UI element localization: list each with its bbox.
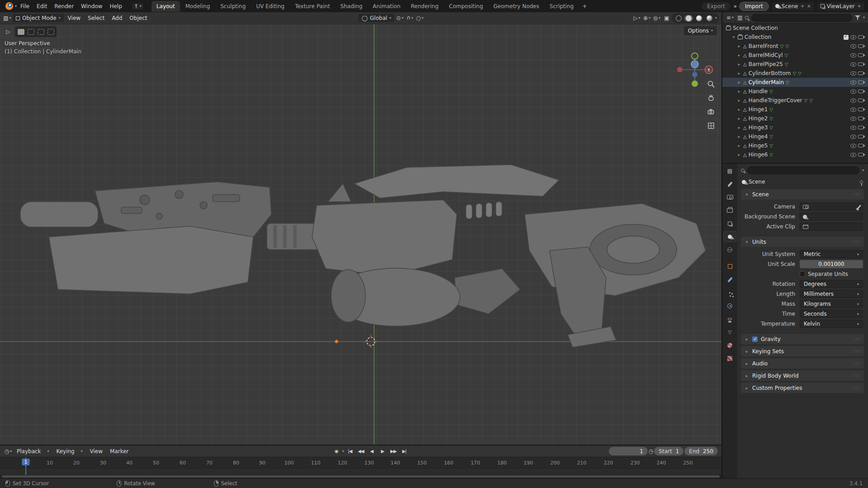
tab-constraints[interactable]	[724, 314, 736, 324]
show-overlays-toggle[interactable]: ◎ ▾	[652, 14, 661, 23]
export-button[interactable]: Export	[702, 2, 730, 10]
disable-in-renders-icon[interactable]	[858, 53, 863, 57]
hide-in-viewport-icon[interactable]	[850, 108, 856, 112]
3d-viewport[interactable]: ▧ ▾ Object Mode ▾ View Select Add Object…	[0, 12, 721, 445]
tweak-tool-icon[interactable]: ▷	[4, 27, 13, 36]
workspace-tab-scripting[interactable]: Scripting	[545, 1, 579, 12]
separate-units-checkbox[interactable]	[800, 271, 805, 277]
chevron-down-icon[interactable]: ▾	[140, 5, 142, 8]
chevron-down-icon[interactable]: ▾	[342, 450, 344, 453]
workspace-tab-animation[interactable]: Animation	[368, 1, 405, 12]
blender-logo-icon[interactable]	[5, 2, 13, 10]
tab-object-data[interactable]: ▽	[724, 327, 736, 337]
frame-start-field[interactable]: Start 1	[654, 447, 683, 455]
scrollbar-thumb[interactable]	[2, 475, 720, 478]
menu-object[interactable]: Object	[126, 14, 150, 22]
disable-in-renders-icon[interactable]	[858, 144, 863, 147]
menu-timeline-view[interactable]: View	[87, 447, 106, 455]
disable-in-renders-icon[interactable]	[858, 135, 863, 138]
properties-editor-type-icon[interactable]: ▤	[724, 166, 736, 176]
menu-edit[interactable]: Edit	[33, 2, 51, 11]
play-reverse-button[interactable]: ◀	[367, 447, 377, 456]
outliner-item[interactable]: ▸ △ CylinderBottom ▽ ▽	[722, 69, 868, 78]
3d-model-mesh[interactable]	[20, 165, 706, 347]
axis-y-ball[interactable]	[692, 81, 698, 87]
camera-field[interactable]	[800, 203, 863, 211]
panel-drag-icon[interactable]: ∷∷	[854, 385, 860, 390]
tab-physics[interactable]	[724, 301, 736, 311]
expand-icon[interactable]: ▸	[737, 89, 741, 94]
hide-in-viewport-icon[interactable]	[850, 99, 856, 103]
prev-keyframe-button[interactable]: ◀◀	[356, 447, 366, 456]
expand-icon[interactable]: ▸	[737, 71, 741, 76]
outliner-item[interactable]: ▸ △ Hinge4 ▽	[722, 132, 868, 141]
mode-dropdown[interactable]: Object Mode ▾	[13, 14, 64, 22]
properties-search-input[interactable]	[747, 166, 859, 174]
menu-select[interactable]: Select	[85, 14, 108, 22]
hide-in-viewport-icon[interactable]	[850, 62, 856, 66]
outliner-item[interactable]: ▸ △ Handle ▽	[722, 87, 868, 96]
tab-output[interactable]	[724, 205, 736, 215]
hide-in-viewport-icon[interactable]	[850, 117, 856, 121]
expand-icon[interactable]: ▸	[737, 134, 741, 139]
active-clip-field[interactable]	[800, 223, 863, 231]
hide-in-viewport-icon[interactable]	[850, 53, 856, 57]
workspace-tab-modeling[interactable]: Modeling	[180, 1, 215, 12]
object-type-visibility-dropdown[interactable]: ▷ ▾	[632, 14, 641, 23]
axis-z-ball[interactable]	[691, 61, 698, 68]
filter-icon[interactable]	[855, 15, 860, 20]
use-preview-range-icon[interactable]: ◷	[649, 449, 653, 454]
menu-file[interactable]: File	[17, 2, 33, 11]
panel-drag-icon[interactable]: ∷∷	[854, 361, 860, 366]
outliner-row-scene-collection[interactable]: Scene Collection	[722, 24, 868, 33]
outliner-item[interactable]: ▸ △ Hinge2 ▽	[722, 114, 868, 123]
expand-icon[interactable]: ▸	[737, 152, 741, 157]
temperature-dropdown[interactable]: Kelvin ▾	[800, 320, 863, 328]
panel-keying-sets-header[interactable]: ▸ Keying Sets ∷∷	[741, 346, 864, 356]
outliner-item[interactable]: ▸ △ BarrelMidCyl ▽	[722, 51, 868, 60]
menu-render[interactable]: Render	[51, 2, 77, 11]
current-frame-field[interactable]: 1	[609, 447, 648, 455]
axis-z-neg-ball[interactable]	[692, 72, 697, 77]
panel-custom-properties-header[interactable]: ▸ Custom Properties ∷∷	[741, 383, 864, 393]
background-scene-field[interactable]	[800, 213, 863, 221]
outliner-row-collection[interactable]: ▾ Collection	[722, 33, 868, 42]
playhead-label[interactable]: 1	[22, 459, 30, 465]
pan-hand-icon[interactable]	[706, 93, 716, 103]
play-button[interactable]: ▶	[378, 447, 388, 456]
toggle-xray-button[interactable]: ▣	[662, 14, 671, 23]
expand-icon[interactable]: ▸	[737, 53, 741, 57]
shading-rendered-button[interactable]	[705, 14, 714, 23]
jump-to-end-button[interactable]: ▶|	[399, 447, 409, 456]
select-box-invert-button[interactable]	[46, 27, 55, 36]
pivot-point-dropdown[interactable]: ⊙ ▾	[395, 14, 404, 23]
disable-in-renders-icon[interactable]	[858, 90, 863, 93]
hide-in-viewport-icon[interactable]	[850, 144, 856, 148]
rotation-dropdown[interactable]: Degrees ▾	[800, 280, 863, 288]
disable-in-renders-icon[interactable]	[858, 99, 863, 102]
scene-selector[interactable]: Scene + ×	[772, 2, 814, 10]
hide-in-viewport-icon[interactable]	[850, 153, 856, 157]
panel-gravity-header[interactable]: ▸ Gravity ∷∷	[741, 334, 864, 344]
add-workspace-button[interactable]: +	[579, 1, 590, 12]
select-box-subtract-button[interactable]	[36, 27, 45, 36]
panel-drag-icon[interactable]: ∷∷	[854, 192, 860, 197]
addon-tool-group[interactable]: ↑ ▾	[132, 3, 143, 9]
outliner-item[interactable]: ▸ △ Hinge1 ▽	[722, 105, 868, 114]
tab-render[interactable]	[724, 192, 736, 202]
eyedropper-icon[interactable]	[857, 204, 861, 209]
expand-icon[interactable]: ▸	[737, 125, 741, 130]
tab-texture[interactable]	[724, 353, 736, 363]
hide-in-viewport-icon[interactable]	[850, 81, 856, 85]
hide-in-viewport-icon[interactable]	[850, 90, 856, 94]
panel-drag-icon[interactable]: ∷∷	[854, 336, 860, 341]
new-scene-icon[interactable]: +	[800, 3, 804, 9]
select-box-extend-button[interactable]	[26, 27, 35, 36]
select-box-new-button[interactable]	[16, 27, 25, 36]
outliner-search-input[interactable]	[751, 14, 852, 22]
tab-object[interactable]	[724, 261, 736, 271]
hide-in-viewport-icon[interactable]	[850, 44, 856, 48]
timeline-track[interactable]	[0, 468, 721, 475]
camera-view-icon[interactable]	[706, 107, 716, 117]
expand-icon[interactable]: ▸	[737, 116, 741, 121]
